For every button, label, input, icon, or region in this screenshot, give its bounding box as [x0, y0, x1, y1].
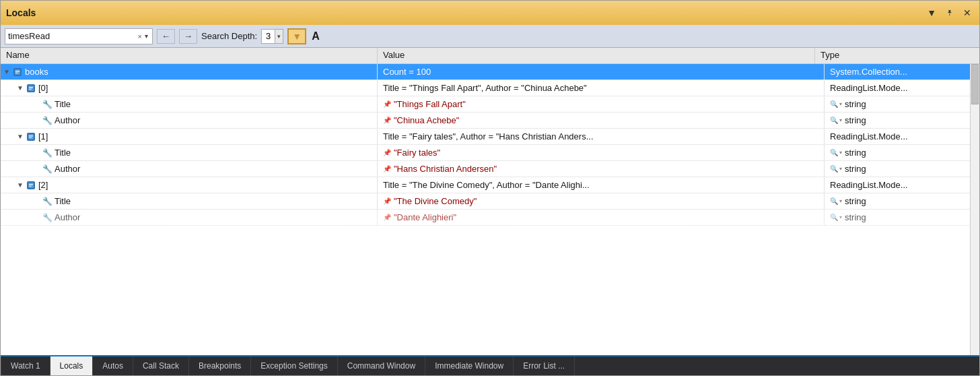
filter-button[interactable]: ▼	[287, 28, 306, 44]
type-text: string	[845, 196, 866, 206]
search-bar: × ▾ ← → Search Depth: 3 ▾ ▼ A	[1, 25, 979, 48]
search-icon[interactable]: 🔍	[830, 149, 838, 156]
search-input[interactable]	[8, 31, 137, 41]
pin-icon[interactable]: 📌	[383, 149, 391, 156]
table-row[interactable]: ▼[2]Title = "The Divine Comedy", Author …	[1, 177, 979, 193]
value-text: Title = "Fairy tales", Author = "Hans Ch…	[383, 131, 594, 142]
type-dropdown-icon[interactable]: ▾	[839, 214, 842, 220]
type-dropdown-icon[interactable]: ▾	[839, 101, 842, 107]
table-row[interactable]: 🔧Author📌"Hans Christian Andersen"🔍▾strin…	[1, 161, 979, 177]
back-button[interactable]: ←	[157, 29, 175, 44]
value-text: Title = "Things Fall Apart", Author = "C…	[383, 83, 587, 93]
table-row[interactable]: 🔧Author📌"Chinua Achebe"🔍▾string	[1, 113, 979, 129]
expand-arrow[interactable]: ▼	[17, 181, 24, 189]
bottom-tab-call-stack[interactable]: Call Stack	[133, 356, 189, 375]
cell-value: 📌"Fairy tales"	[378, 145, 825, 160]
table-row[interactable]: 🔧Title📌"Things Fall Apart"🔍▾string	[1, 96, 979, 113]
type-dropdown-icon[interactable]: ▾	[839, 166, 842, 172]
cube-icon	[26, 83, 36, 94]
cube-icon	[26, 131, 36, 142]
bottom-tab-error-list-...[interactable]: Error List ...	[514, 356, 575, 375]
wrench-icon: 🔧	[42, 164, 53, 175]
table-scroll[interactable]: ▼booksCount = 100System.Collection...▼[0…	[1, 64, 979, 355]
depth-value[interactable]: 3	[262, 31, 275, 41]
name-text: Title	[55, 99, 71, 109]
search-icon[interactable]: 🔍	[830, 214, 838, 221]
cell-value: Title = "Fairy tales", Author = "Hans Ch…	[378, 129, 825, 144]
type-text: string	[845, 99, 866, 109]
search-icon[interactable]: 🔍	[830, 100, 838, 108]
search-clear-button[interactable]: ×	[137, 32, 143, 40]
name-text: Author	[55, 164, 80, 174]
bottom-tab-exception-settings[interactable]: Exception Settings	[251, 356, 337, 375]
pin-icon[interactable]: 📌	[383, 100, 391, 108]
name-text: Title	[55, 148, 71, 158]
type-text: string	[845, 212, 866, 222]
value-text: Title = "The Divine Comedy", Author = "D…	[383, 180, 590, 190]
bottom-tab-breakpoints[interactable]: Breakpoints	[189, 356, 251, 375]
bottom-tab-watch-1[interactable]: Watch 1	[1, 356, 50, 375]
pin-button[interactable]: 🖈	[943, 7, 956, 19]
svg-rect-7	[29, 88, 32, 90]
depth-dropdown-button[interactable]: ▾	[275, 30, 283, 43]
type-dropdown-icon[interactable]: ▾	[839, 117, 842, 123]
table-row[interactable]: ▼booksCount = 100System.Collection...	[1, 64, 979, 80]
bottom-tab-command-window[interactable]: Command Window	[338, 356, 425, 375]
type-dropdown-icon[interactable]: ▾	[839, 150, 842, 156]
expand-arrow[interactable]: ▼	[17, 133, 24, 140]
table-row[interactable]: 🔧Title📌"Fairy tales"🔍▾string	[1, 145, 979, 161]
font-button[interactable]: A	[310, 30, 321, 42]
cell-value: 📌"Dante Alighieri"	[378, 210, 825, 225]
value-text: "Fairy tales"	[394, 148, 440, 158]
scrollbar-thumb[interactable]	[971, 64, 979, 104]
pin-icon[interactable]: 📌	[383, 197, 391, 205]
dropdown-button[interactable]: ▼	[924, 6, 939, 20]
value-text: "Chinua Achebe"	[394, 115, 459, 125]
svg-rect-11	[29, 137, 32, 138]
table-row[interactable]: 🔧Title📌"The Divine Comedy"🔍▾string	[1, 193, 979, 210]
bottom-tab-immediate-window[interactable]: Immediate Window	[425, 356, 514, 375]
cell-type: 🔍▾string	[825, 113, 979, 128]
table-row[interactable]: 🔧Author📌"Dante Alighieri"🔍▾string	[1, 210, 979, 226]
cell-name: ▼[1]	[1, 129, 378, 144]
svg-rect-13	[28, 183, 34, 188]
table-row[interactable]: ▼[1]Title = "Fairy tales", Author = "Han…	[1, 129, 979, 145]
cell-type: System.Collection...	[825, 64, 979, 80]
search-dropdown-button[interactable]: ▾	[143, 32, 149, 40]
name-text: Author	[55, 212, 80, 222]
locals-window: Locals ▼ 🖈 ✕ × ▾ ← → Search Depth: 3 ▾ ▼…	[0, 0, 980, 376]
bottom-tab-locals[interactable]: Locals	[50, 355, 94, 375]
cell-type: ReadingList.Mode...	[825, 80, 979, 96]
cell-value: 📌"Hans Christian Andersen"	[378, 161, 825, 177]
search-input-wrapper: × ▾	[5, 28, 153, 44]
name-text: [2]	[38, 180, 48, 190]
scrollbar-track[interactable]	[970, 64, 979, 355]
forward-button[interactable]: →	[179, 29, 197, 44]
search-icon[interactable]: 🔍	[830, 117, 838, 124]
bottom-tab-autos[interactable]: Autos	[93, 356, 133, 375]
cell-value: 📌"The Divine Comedy"	[378, 193, 825, 209]
type-text: string	[845, 148, 866, 158]
pin-icon[interactable]: 📌	[383, 117, 391, 124]
search-icon[interactable]: 🔍	[830, 165, 838, 173]
type-dropdown-icon[interactable]: ▾	[839, 198, 842, 204]
name-text: books	[25, 67, 48, 77]
value-text: "Dante Alighieri"	[394, 212, 456, 222]
cell-value: Title = "Things Fall Apart", Author = "C…	[378, 80, 825, 96]
expand-arrow[interactable]: ▼	[17, 84, 24, 92]
pin-icon[interactable]: 📌	[383, 214, 391, 221]
name-text: [0]	[38, 83, 48, 93]
expand-arrow[interactable]: ▼	[3, 68, 10, 75]
close-button[interactable]: ✕	[960, 6, 974, 20]
wrench-icon: 🔧	[42, 196, 53, 207]
col-header-type: Type	[815, 48, 970, 63]
value-text: "The Divine Comedy"	[394, 196, 477, 206]
svg-rect-5	[28, 86, 34, 91]
cell-name: 🔧Title	[1, 96, 378, 112]
svg-rect-1	[15, 69, 20, 75]
cell-name: ▼[2]	[1, 177, 378, 193]
table-row[interactable]: ▼[0]Title = "Things Fall Apart", Author …	[1, 80, 979, 96]
type-text: ReadingList.Mode...	[830, 131, 908, 142]
pin-icon[interactable]: 📌	[383, 165, 391, 173]
search-icon[interactable]: 🔍	[830, 197, 838, 205]
